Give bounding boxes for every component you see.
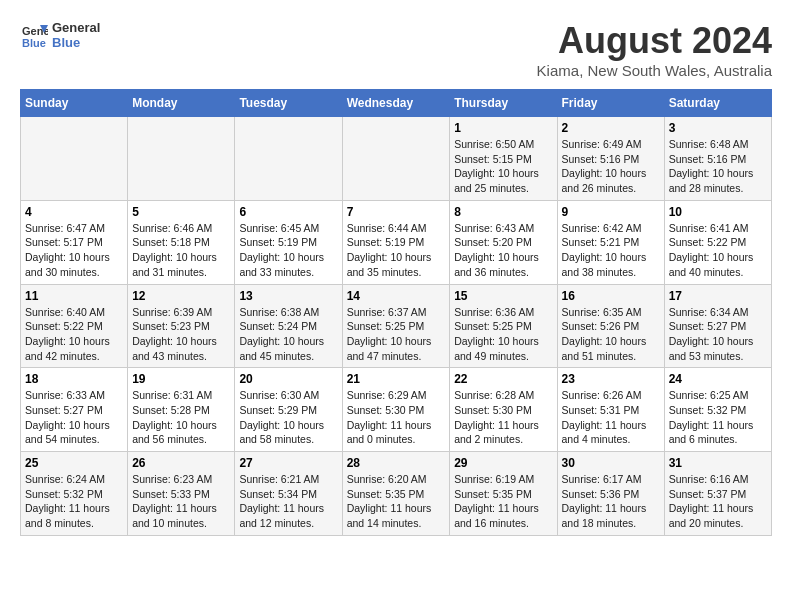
day-info-line: and 6 minutes. [669,433,738,445]
day-info-line: Sunrise: 6:19 AM [454,473,534,485]
day-info-line: Sunrise: 6:41 AM [669,222,749,234]
day-info-line: Daylight: 10 hours [25,335,110,347]
day-info-line: Sunrise: 6:29 AM [347,389,427,401]
day-number: 6 [239,205,337,219]
day-info-line: Sunset: 5:32 PM [669,404,747,416]
calendar-cell: 31Sunrise: 6:16 AMSunset: 5:37 PMDayligh… [664,452,771,536]
day-info: Sunrise: 6:33 AMSunset: 5:27 PMDaylight:… [25,388,123,447]
day-info: Sunrise: 6:36 AMSunset: 5:25 PMDaylight:… [454,305,552,364]
day-info-line: and 49 minutes. [454,350,529,362]
day-info-line: Daylight: 11 hours [454,419,539,431]
day-info: Sunrise: 6:20 AMSunset: 5:35 PMDaylight:… [347,472,446,531]
header-sunday: Sunday [21,90,128,117]
day-info-line: Daylight: 11 hours [132,502,217,514]
header-thursday: Thursday [450,90,557,117]
day-info-line: Sunrise: 6:33 AM [25,389,105,401]
day-info-line: Sunset: 5:21 PM [562,236,640,248]
day-info-line: Daylight: 10 hours [669,167,754,179]
day-number: 23 [562,372,660,386]
header-saturday: Saturday [664,90,771,117]
day-info-line: Daylight: 11 hours [454,502,539,514]
day-info-line: Sunset: 5:25 PM [347,320,425,332]
day-info-line: Daylight: 10 hours [562,335,647,347]
day-info-line: Sunset: 5:18 PM [132,236,210,248]
day-info: Sunrise: 6:37 AMSunset: 5:25 PMDaylight:… [347,305,446,364]
day-info: Sunrise: 6:31 AMSunset: 5:28 PMDaylight:… [132,388,230,447]
calendar-cell: 18Sunrise: 6:33 AMSunset: 5:27 PMDayligh… [21,368,128,452]
day-number: 3 [669,121,767,135]
calendar-cell: 4Sunrise: 6:47 AMSunset: 5:17 PMDaylight… [21,200,128,284]
day-info: Sunrise: 6:46 AMSunset: 5:18 PMDaylight:… [132,221,230,280]
calendar-cell: 15Sunrise: 6:36 AMSunset: 5:25 PMDayligh… [450,284,557,368]
header-monday: Monday [128,90,235,117]
day-number: 30 [562,456,660,470]
day-info: Sunrise: 6:41 AMSunset: 5:22 PMDaylight:… [669,221,767,280]
day-info-line: Sunset: 5:27 PM [25,404,103,416]
day-info-line: Sunset: 5:24 PM [239,320,317,332]
day-info: Sunrise: 6:19 AMSunset: 5:35 PMDaylight:… [454,472,552,531]
day-number: 12 [132,289,230,303]
logo-line2: Blue [52,35,100,50]
day-info: Sunrise: 6:47 AMSunset: 5:17 PMDaylight:… [25,221,123,280]
day-info-line: Sunrise: 6:40 AM [25,306,105,318]
day-info-line: and 43 minutes. [132,350,207,362]
day-info-line: Daylight: 11 hours [669,419,754,431]
day-info-line: Sunset: 5:28 PM [132,404,210,416]
day-info-line: and 35 minutes. [347,266,422,278]
day-info-line: and 18 minutes. [562,517,637,529]
day-number: 22 [454,372,552,386]
day-info: Sunrise: 6:48 AMSunset: 5:16 PMDaylight:… [669,137,767,196]
calendar-title-block: August 2024 Kiama, New South Wales, Aust… [537,20,772,79]
header-tuesday: Tuesday [235,90,342,117]
calendar-cell: 21Sunrise: 6:29 AMSunset: 5:30 PMDayligh… [342,368,450,452]
day-info: Sunrise: 6:43 AMSunset: 5:20 PMDaylight:… [454,221,552,280]
day-number: 29 [454,456,552,470]
day-number: 19 [132,372,230,386]
day-info: Sunrise: 6:17 AMSunset: 5:36 PMDaylight:… [562,472,660,531]
day-info-line: and 25 minutes. [454,182,529,194]
day-info: Sunrise: 6:40 AMSunset: 5:22 PMDaylight:… [25,305,123,364]
header-friday: Friday [557,90,664,117]
day-info-line: Sunset: 5:25 PM [454,320,532,332]
calendar-cell: 9Sunrise: 6:42 AMSunset: 5:21 PMDaylight… [557,200,664,284]
day-number: 28 [347,456,446,470]
day-info-line: Sunrise: 6:47 AM [25,222,105,234]
day-info-line: and 20 minutes. [669,517,744,529]
day-info-line: and 42 minutes. [25,350,100,362]
day-info-line: Sunset: 5:26 PM [562,320,640,332]
day-info: Sunrise: 6:29 AMSunset: 5:30 PMDaylight:… [347,388,446,447]
calendar-cell: 23Sunrise: 6:26 AMSunset: 5:31 PMDayligh… [557,368,664,452]
day-info-line: Sunrise: 6:45 AM [239,222,319,234]
day-info-line: Sunset: 5:31 PM [562,404,640,416]
day-info: Sunrise: 6:44 AMSunset: 5:19 PMDaylight:… [347,221,446,280]
day-info: Sunrise: 6:16 AMSunset: 5:37 PMDaylight:… [669,472,767,531]
day-info-line: Sunset: 5:22 PM [25,320,103,332]
calendar-week-2: 4Sunrise: 6:47 AMSunset: 5:17 PMDaylight… [21,200,772,284]
calendar-cell: 26Sunrise: 6:23 AMSunset: 5:33 PMDayligh… [128,452,235,536]
day-info-line: Sunrise: 6:44 AM [347,222,427,234]
day-number: 7 [347,205,446,219]
day-info-line: Sunset: 5:36 PM [562,488,640,500]
calendar-week-1: 1Sunrise: 6:50 AMSunset: 5:15 PMDaylight… [21,117,772,201]
day-info-line: and 47 minutes. [347,350,422,362]
day-info-line: and 33 minutes. [239,266,314,278]
day-info-line: and 51 minutes. [562,350,637,362]
day-info: Sunrise: 6:21 AMSunset: 5:34 PMDaylight:… [239,472,337,531]
day-number: 27 [239,456,337,470]
day-info-line: and 40 minutes. [669,266,744,278]
day-number: 16 [562,289,660,303]
day-number: 9 [562,205,660,219]
calendar-cell: 12Sunrise: 6:39 AMSunset: 5:23 PMDayligh… [128,284,235,368]
day-info-line: Sunrise: 6:50 AM [454,138,534,150]
day-info-line: Daylight: 10 hours [669,335,754,347]
calendar-cell: 30Sunrise: 6:17 AMSunset: 5:36 PMDayligh… [557,452,664,536]
day-number: 8 [454,205,552,219]
day-info: Sunrise: 6:28 AMSunset: 5:30 PMDaylight:… [454,388,552,447]
day-number: 31 [669,456,767,470]
day-info-line: Sunrise: 6:25 AM [669,389,749,401]
calendar-table: SundayMondayTuesdayWednesdayThursdayFrid… [20,89,772,536]
day-info-line: Daylight: 10 hours [562,167,647,179]
day-number: 18 [25,372,123,386]
day-info-line: and 58 minutes. [239,433,314,445]
day-info-line: Sunset: 5:20 PM [454,236,532,248]
